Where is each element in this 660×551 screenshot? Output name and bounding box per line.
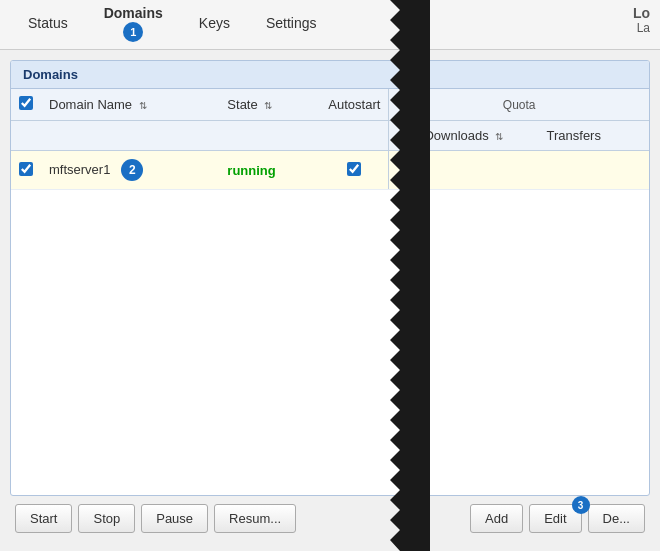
row-state: running [219, 151, 320, 190]
tab-domains-label: Domains [104, 5, 163, 21]
th-state: State ⇅ [219, 89, 320, 121]
row-autostart-cell [320, 151, 389, 190]
th-empty4 [320, 121, 389, 151]
bottom-toolbar: Start Stop Pause Resum... Add Edit 3 De.… [10, 496, 650, 541]
nav-tabs: Status Domains 1 Keys Settings [10, 0, 335, 49]
select-all-checkbox[interactable] [19, 96, 33, 110]
panel-title: Domains [23, 67, 78, 82]
add-button[interactable]: Add [470, 504, 523, 533]
th-autostart: Autostart [320, 89, 389, 121]
th-empty1 [11, 121, 41, 151]
tab-keys-label: Keys [199, 15, 230, 31]
th-transfers: Transfers [539, 121, 649, 151]
top-right-title: Lo [633, 5, 650, 21]
table-container: Domain Name ⇅ State ⇅ Autostart [11, 89, 649, 495]
state-sort-icon[interactable]: ⇅ [264, 100, 272, 111]
row-downloads [389, 151, 539, 190]
row-badge: 2 [121, 159, 143, 181]
row-autostart-checkbox[interactable] [347, 162, 361, 176]
th-domain-name: Domain Name ⇅ [41, 89, 219, 121]
stop-button[interactable]: Stop [78, 504, 135, 533]
row-checkbox[interactable] [19, 162, 33, 176]
domains-panel: Domains Domain Name ⇅ [10, 60, 650, 496]
tab-keys[interactable]: Keys [181, 0, 248, 49]
tab-settings-label: Settings [266, 15, 317, 31]
panel-header: Domains [11, 61, 649, 89]
row-domain-name: mftserver1 2 [41, 151, 219, 190]
edit-badge: 3 [572, 496, 590, 514]
tab-status-label: Status [28, 15, 68, 31]
top-right-sub: La [633, 21, 650, 35]
tab-settings[interactable]: Settings [248, 0, 335, 49]
th-downloads: Downloads ⇅ [389, 121, 539, 151]
th-empty2 [41, 121, 219, 151]
main-container: Status Domains 1 Keys Settings Lo La Dom… [0, 0, 660, 551]
content-area: Domains Domain Name ⇅ [0, 50, 660, 551]
tab-domains[interactable]: Domains 1 [86, 0, 181, 49]
top-nav: Status Domains 1 Keys Settings Lo La [0, 0, 660, 50]
row-transfers [539, 151, 649, 190]
domains-table: Domain Name ⇅ State ⇅ Autostart [11, 89, 649, 190]
start-button[interactable]: Start [15, 504, 72, 533]
tab-status[interactable]: Status [10, 0, 86, 49]
pause-button[interactable]: Pause [141, 504, 208, 533]
th-empty3 [219, 121, 320, 151]
domain-name-sort-icon[interactable]: ⇅ [139, 100, 147, 111]
edit-button-wrapper: Edit 3 [529, 504, 581, 533]
domains-badge: 1 [123, 22, 143, 42]
delete-button[interactable]: De... [588, 504, 645, 533]
row-checkbox-cell [11, 151, 41, 190]
top-right-info: Lo La [633, 5, 650, 35]
th-checkbox [11, 89, 41, 121]
resume-button[interactable]: Resum... [214, 504, 296, 533]
downloads-sort-icon[interactable]: ⇅ [495, 131, 503, 142]
th-quota-group: Quota [389, 89, 649, 121]
table-row: mftserver1 2 running [11, 151, 649, 190]
